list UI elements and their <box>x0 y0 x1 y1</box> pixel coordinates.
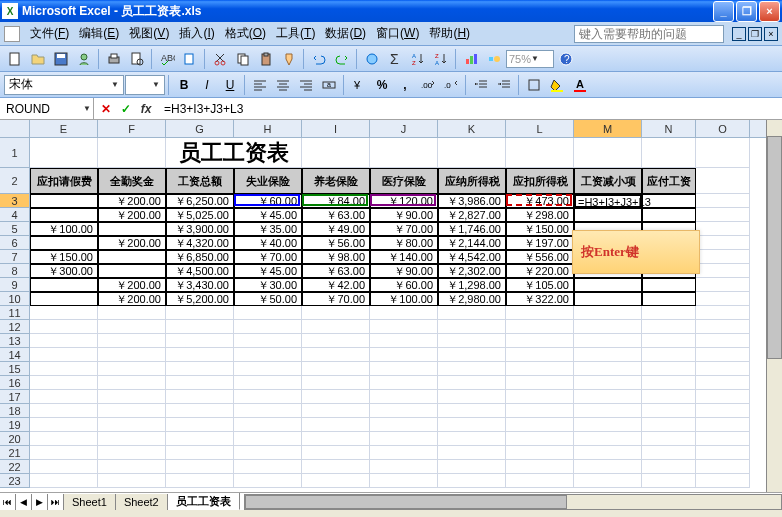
cell-E4[interactable] <box>30 208 98 222</box>
cell-N22[interactable] <box>642 460 696 474</box>
cell-F21[interactable] <box>98 446 166 460</box>
cell-K13[interactable] <box>438 334 506 348</box>
col-header-K[interactable]: K <box>438 120 506 137</box>
new-button[interactable] <box>4 48 26 70</box>
row-header-7[interactable]: 7 <box>0 250 30 264</box>
cell-J10[interactable]: ￥100.00 <box>370 292 438 306</box>
cell-H22[interactable] <box>234 460 302 474</box>
cell-O17[interactable] <box>696 390 750 404</box>
cell-M1[interactable] <box>574 138 642 168</box>
cell-M17[interactable] <box>574 390 642 404</box>
cell-G23[interactable] <box>166 474 234 488</box>
redo-button[interactable] <box>331 48 353 70</box>
cell-H21[interactable] <box>234 446 302 460</box>
undo-button[interactable] <box>308 48 330 70</box>
cell-E11[interactable] <box>30 306 98 320</box>
cell-N9[interactable] <box>642 278 696 292</box>
cell-N4[interactable] <box>642 208 696 222</box>
cell-K21[interactable] <box>438 446 506 460</box>
align-center-button[interactable] <box>272 74 294 96</box>
cell-E7[interactable]: ￥150.00 <box>30 250 98 264</box>
cell-N12[interactable] <box>642 320 696 334</box>
col-header-E[interactable]: E <box>30 120 98 137</box>
maximize-button[interactable]: ❐ <box>736 1 757 22</box>
cell-F8[interactable] <box>98 264 166 278</box>
row-header-4[interactable]: 4 <box>0 208 30 222</box>
row-header-23[interactable]: 23 <box>0 474 30 488</box>
cell-F3[interactable]: ￥200.00 <box>98 194 166 208</box>
cell-M23[interactable] <box>574 474 642 488</box>
cut-button[interactable] <box>209 48 231 70</box>
name-box[interactable]: ROUND ▼ <box>0 98 94 119</box>
cell-F14[interactable] <box>98 348 166 362</box>
cell-E23[interactable] <box>30 474 98 488</box>
cell-F22[interactable] <box>98 460 166 474</box>
format-painter-button[interactable] <box>278 48 300 70</box>
cell-E5[interactable]: ￥100.00 <box>30 222 98 236</box>
cell-K19[interactable] <box>438 418 506 432</box>
permission-button[interactable] <box>73 48 95 70</box>
col-header-F[interactable]: F <box>98 120 166 137</box>
cell-K12[interactable] <box>438 320 506 334</box>
cell-K7[interactable]: ￥4,542.00 <box>438 250 506 264</box>
bold-button[interactable]: B <box>173 74 195 96</box>
cell-H17[interactable] <box>234 390 302 404</box>
cell-M16[interactable] <box>574 376 642 390</box>
cell-K23[interactable] <box>438 474 506 488</box>
row-header-13[interactable]: 13 <box>0 334 30 348</box>
open-button[interactable] <box>27 48 49 70</box>
row-header-22[interactable]: 22 <box>0 460 30 474</box>
decrease-decimal-button[interactable]: .0 <box>440 74 462 96</box>
cell-G8[interactable]: ￥4,500.00 <box>166 264 234 278</box>
cell-I18[interactable] <box>302 404 370 418</box>
cell-L21[interactable] <box>506 446 574 460</box>
cell-N21[interactable] <box>642 446 696 460</box>
hyperlink-button[interactable] <box>361 48 383 70</box>
cell-E9[interactable] <box>30 278 98 292</box>
cell-L15[interactable] <box>506 362 574 376</box>
cell-I22[interactable] <box>302 460 370 474</box>
comma-button[interactable]: , <box>394 74 416 96</box>
formula-cancel-button[interactable]: ✕ <box>98 101 114 117</box>
cell-G9[interactable]: ￥3,430.00 <box>166 278 234 292</box>
cell-L10[interactable]: ￥322.00 <box>506 292 574 306</box>
cell-G20[interactable] <box>166 432 234 446</box>
menu-help[interactable]: 帮助(H) <box>425 23 474 44</box>
cell-H6[interactable]: ￥40.00 <box>234 236 302 250</box>
increase-indent-button[interactable] <box>493 74 515 96</box>
cell-G1[interactable]: 员工工资表 <box>166 138 302 168</box>
cell-H12[interactable] <box>234 320 302 334</box>
cell-M10[interactable] <box>574 292 642 306</box>
cell-I20[interactable] <box>302 432 370 446</box>
row-header-3[interactable]: 3 <box>0 194 30 208</box>
cell-J16[interactable] <box>370 376 438 390</box>
insert-function-button[interactable]: fx <box>138 101 154 117</box>
cell-N23[interactable] <box>642 474 696 488</box>
cell-G13[interactable] <box>166 334 234 348</box>
increase-decimal-button[interactable]: .00 <box>417 74 439 96</box>
cell-I9[interactable]: ￥42.00 <box>302 278 370 292</box>
cell-N16[interactable] <box>642 376 696 390</box>
cell-O5[interactable] <box>696 222 750 236</box>
cell-E22[interactable] <box>30 460 98 474</box>
cell-G17[interactable] <box>166 390 234 404</box>
cell-L3[interactable]: ￥473.00 <box>506 194 574 208</box>
cell-L5[interactable]: ￥150.00 <box>506 222 574 236</box>
cell-I10[interactable]: ￥70.00 <box>302 292 370 306</box>
cell-O9[interactable] <box>696 278 750 292</box>
cell-O12[interactable] <box>696 320 750 334</box>
cell-G16[interactable] <box>166 376 234 390</box>
cell-O14[interactable] <box>696 348 750 362</box>
cell-L17[interactable] <box>506 390 574 404</box>
cell-M18[interactable] <box>574 404 642 418</box>
cell-N19[interactable] <box>642 418 696 432</box>
cell-J14[interactable] <box>370 348 438 362</box>
cell-I14[interactable] <box>302 348 370 362</box>
sheet-tab-2[interactable]: Sheet2 <box>116 494 168 510</box>
cell-N20[interactable] <box>642 432 696 446</box>
cell-F13[interactable] <box>98 334 166 348</box>
cell-M4[interactable] <box>574 208 642 222</box>
cell-F5[interactable] <box>98 222 166 236</box>
underline-button[interactable]: U <box>219 74 241 96</box>
cell-K16[interactable] <box>438 376 506 390</box>
